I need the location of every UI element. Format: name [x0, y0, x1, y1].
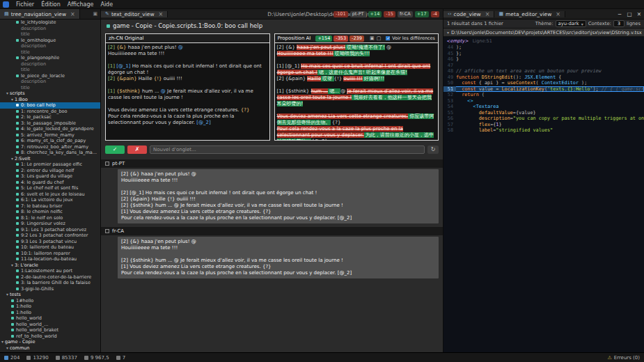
menu-édition[interactable]: Édition	[38, 1, 64, 8]
lang-box-pt-pt[interactable]: [2] {&} haaa j'en peut plus! @Houiiiiiee…	[118, 169, 439, 223]
tree-item[interactable]: 6:1: La victoire du jeux	[0, 197, 100, 203]
code-line[interactable]: 53 <>	[443, 98, 644, 104]
expand-icon[interactable]: ▢	[377, 36, 382, 41]
tab-name-input[interactable]	[150, 145, 425, 154]
original-body[interactable]: [2] {&} haaa j'en peut plus! @Houiiiiiee…	[106, 43, 269, 140]
tree-item[interactable]: 6: svelt et le jeux de loiseau	[0, 191, 100, 198]
code-line[interactable]: 56 description="you can copy or paste mu…	[443, 116, 644, 122]
tree-item[interactable]: 1#hello	[0, 298, 100, 304]
tree-item[interactable]: title	[0, 31, 100, 38]
menu-fichier[interactable]: Fichier	[13, 1, 38, 8]
theme-select[interactable]: ayu-dark ▾	[556, 20, 586, 27]
tree-item[interactable]: 8: cherchez_la_key_dans_la_ma...	[0, 150, 100, 156]
tree-item[interactable]: ▾3: L'oracle	[0, 262, 100, 269]
checkbox-icon[interactable]	[105, 162, 109, 166]
lang-header[interactable]: fr-CA	[101, 227, 443, 235]
code-line[interactable]: 52 return (	[443, 92, 644, 98]
close-icon[interactable]: ×	[70, 11, 75, 17]
code-line[interactable]: 57 flex={1}	[443, 122, 644, 128]
tree-item[interactable]: hello_world	[0, 315, 100, 322]
file-result-row[interactable]: ▾ D:\Users\jonle\Documents\DEV\projets\A…	[443, 29, 644, 37]
tree-item[interactable]: 9:2 Les 3 petachat confronter	[0, 233, 100, 239]
tree-item[interactable]: 6: mamy_et_la_clef_de_papy	[0, 138, 100, 144]
tree-item[interactable]: 10: lailleront du bateau	[0, 244, 100, 251]
tab-tree-navigation-view[interactable]: ▤ tree_navigation_view ×	[0, 9, 80, 19]
code-line[interactable]: 50 const { api } = useContext( ContextEd…	[443, 80, 644, 86]
tree-item[interactable]: 1: rencontre_de_boo	[0, 109, 100, 115]
close-icon[interactable]: ×	[159, 11, 164, 17]
lang-box-fr-ca[interactable]: [2] {&} haaa j'en peut plus! @Houiiiiiee…	[118, 237, 439, 278]
tree-item[interactable]: 9: Lingersieur volez	[0, 221, 100, 227]
diff-toggle[interactable]: Voir les différences	[386, 36, 435, 41]
tree-item[interactable]: ref_to_hello_world	[0, 333, 100, 340]
tree-item[interactable]: 5: arrivez_ferme_mamy	[0, 132, 100, 139]
tree-item[interactable]: description	[0, 26, 100, 32]
tree-item[interactable]: ▾scripts	[0, 90, 100, 97]
tree-item[interactable]: 1: Le premier passage elfic	[0, 162, 100, 168]
tree-item[interactable]: 2: le_packsac	[0, 114, 100, 120]
tab-meta-editor-view[interactable]: ▦ meta_editor_view ×	[494, 11, 565, 17]
menu-aide[interactable]: Aide	[97, 1, 116, 8]
refresh-button[interactable]: ↻	[427, 145, 439, 154]
tree-item[interactable]: 1:Lacostement au port	[0, 268, 100, 274]
tree-item[interactable]: le_ornithologue	[0, 38, 100, 44]
proposition-body[interactable]: [2] {&} haaa j'en peut plus! 哎呦!俺遭不住了! @…	[275, 43, 439, 140]
tab-code-view[interactable]: ‹› code_view ×	[443, 11, 494, 17]
code-line[interactable]: 46}	[443, 56, 644, 63]
tree-item[interactable]: hello_world_...	[0, 322, 100, 328]
tree-item[interactable]: 9:1: Les 3 petachat observez	[0, 227, 100, 233]
tree-item[interactable]: 3: la barriere Ghill de la falaise	[0, 280, 100, 286]
tree-item[interactable]: hello_world_braket	[0, 327, 100, 333]
code-line[interactable]: 44);	[443, 45, 644, 51]
code-line[interactable]: 51 const value = LocalizationKey('texts.…	[443, 86, 644, 93]
tree-item[interactable]: ▾1:Boo	[0, 97, 100, 103]
tree-item[interactable]: 3: le_passage_imposible	[0, 120, 100, 127]
tree-item[interactable]: le_ichtyologiste	[0, 19, 100, 26]
code-line[interactable]: 48// affiche un text area avec un bouton…	[443, 68, 644, 74]
tree-item[interactable]: 7: retrouvez_boo_after_mamy	[0, 144, 100, 150]
code-line[interactable]: 58 label="stringified values"	[443, 127, 644, 134]
checkbox-icon[interactable]	[105, 229, 109, 233]
accept-button[interactable]: ✓	[105, 145, 125, 154]
minimize-button[interactable]: ─	[615, 9, 625, 19]
tree-item[interactable]: 5: Le chef nelf et sont fils	[0, 185, 100, 191]
tree-item[interactable]: title	[0, 85, 100, 91]
tree-item[interactable]: 4: le guard du chef	[0, 180, 100, 186]
reject-button[interactable]: ✗	[127, 145, 147, 154]
code-line[interactable]: 45};	[443, 51, 644, 57]
tree-item[interactable]: description	[0, 79, 100, 85]
tree-item[interactable]: 2-de-lautre-coter-de-la-barriere	[0, 274, 100, 281]
tree-item[interactable]: 2: entrer du village nelf	[0, 168, 100, 174]
tree-item[interactable]: 1:hello	[0, 304, 100, 310]
tree-item[interactable]: 4: le_gate_locked_de_grandpere	[0, 126, 100, 132]
tree-item[interactable]: le_plangonophile	[0, 55, 100, 61]
tree-item[interactable]: ▾commun	[0, 345, 100, 352]
tree-item[interactable]: 10:1: lailleron reparer	[0, 251, 100, 257]
tree-item[interactable]: description	[0, 61, 100, 68]
tree-item[interactable]: title	[0, 49, 100, 56]
tree-item[interactable]: 8: le chemin nelfic	[0, 209, 100, 215]
panel-options-icon[interactable]: ▣	[93, 11, 97, 17]
tree-item[interactable]: 8:1: le nelf en solo	[0, 215, 100, 221]
tree-item[interactable]: le_piece_de_loracle	[0, 73, 100, 79]
tree-item[interactable]: ▾game - Copie	[0, 339, 100, 345]
copy-icon[interactable]: ▣	[370, 36, 375, 41]
menu-affichage[interactable]: Affichage	[64, 1, 97, 8]
close-icon[interactable]: ×	[556, 11, 560, 17]
tree-item[interactable]: 9:3 Les 3 petachat vincu	[0, 239, 100, 245]
tree-item[interactable]: description	[0, 43, 100, 49]
tree-item[interactable]: ▾tests	[0, 292, 100, 298]
tree-item[interactable]: 0: boo call help	[0, 102, 100, 109]
code-line[interactable]: 47	[443, 63, 644, 69]
context-input[interactable]	[613, 20, 625, 27]
code-line[interactable]: 55 defaultValue={value}	[443, 110, 644, 116]
close-icon[interactable]: ×	[485, 11, 490, 17]
tree-item[interactable]: 3-gigi-le-Ghills	[0, 286, 100, 292]
code-line[interactable]: 49function DStringEdit(): JSX.Element {	[443, 74, 644, 81]
tab-text-editor-view[interactable]: ✎ text_editor_view ×	[101, 11, 168, 17]
tree-item[interactable]: 1:hello	[0, 310, 100, 316]
tree-item[interactable]: 11-la-location-du-bateau	[0, 256, 100, 262]
tree-item[interactable]: 3: Les guard du village	[0, 173, 100, 180]
status-errors[interactable]: ⚠ Erreurs (0)	[607, 355, 640, 361]
tree-item[interactable]: title	[0, 67, 100, 73]
